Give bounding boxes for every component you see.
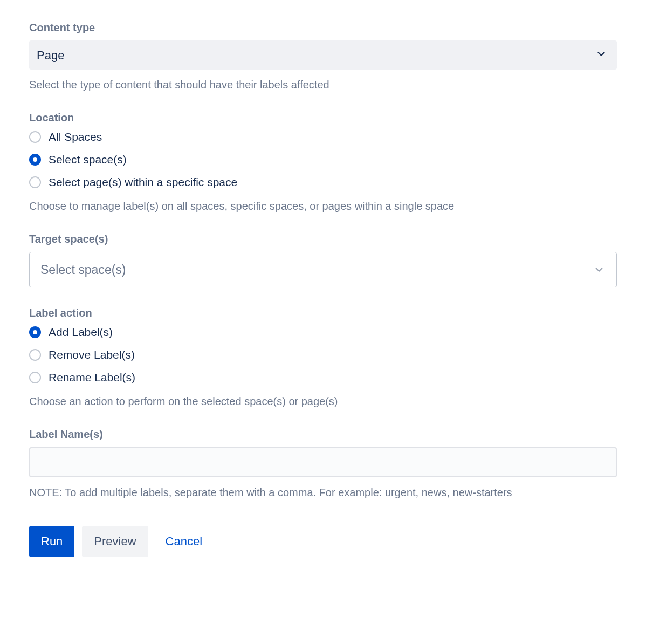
content-type-label: Content type: [29, 22, 617, 34]
radio-icon: [29, 372, 41, 383]
content-type-help: Select the type of content that should h…: [29, 77, 617, 92]
target-spaces-placeholder: Select space(s): [30, 263, 581, 277]
radio-label-text: Add Label(s): [49, 326, 113, 339]
location-label: Location: [29, 112, 617, 124]
target-spaces-select[interactable]: Select space(s): [29, 252, 617, 287]
radio-label-text: Select page(s) within a specific space: [49, 176, 237, 189]
label-names-help: NOTE: To add multiple labels, separate t…: [29, 485, 617, 500]
label-names-field: Label Name(s) NOTE: To add multiple labe…: [29, 428, 617, 500]
radio-icon: [29, 349, 41, 361]
radio-icon: [29, 326, 41, 338]
label-action-option-remove[interactable]: Remove Label(s): [29, 348, 617, 361]
actions-row: Run Preview Cancel: [29, 526, 617, 557]
location-field: Location All Spaces Select space(s) Sele…: [29, 112, 617, 214]
label-action-option-add[interactable]: Add Label(s): [29, 326, 617, 339]
chevron-down-icon: [581, 252, 616, 287]
label-action-help: Choose an action to perform on the selec…: [29, 394, 617, 409]
location-option-all-spaces[interactable]: All Spaces: [29, 131, 617, 143]
location-option-select-pages[interactable]: Select page(s) within a specific space: [29, 176, 617, 189]
radio-icon: [29, 154, 41, 166]
label-action-label: Label action: [29, 307, 617, 319]
radio-icon: [29, 131, 41, 143]
radio-label-text: Remove Label(s): [49, 348, 135, 361]
label-names-input[interactable]: [29, 447, 617, 477]
radio-label-text: Select space(s): [49, 153, 127, 166]
location-option-select-spaces[interactable]: Select space(s): [29, 153, 617, 166]
preview-button[interactable]: Preview: [82, 526, 148, 557]
run-button[interactable]: Run: [29, 526, 74, 557]
content-type-select[interactable]: Page: [29, 40, 617, 70]
label-names-label: Label Name(s): [29, 428, 617, 441]
label-action-option-rename[interactable]: Rename Label(s): [29, 371, 617, 384]
location-help: Choose to manage label(s) on all spaces,…: [29, 198, 617, 214]
label-action-field: Label action Add Label(s) Remove Label(s…: [29, 307, 617, 409]
content-type-field: Content type Page Select the type of con…: [29, 22, 617, 92]
target-spaces-label: Target space(s): [29, 233, 617, 245]
cancel-button[interactable]: Cancel: [156, 526, 212, 557]
target-spaces-field: Target space(s) Select space(s): [29, 233, 617, 287]
radio-icon: [29, 176, 41, 188]
radio-label-text: All Spaces: [49, 131, 102, 143]
radio-label-text: Rename Label(s): [49, 371, 135, 384]
